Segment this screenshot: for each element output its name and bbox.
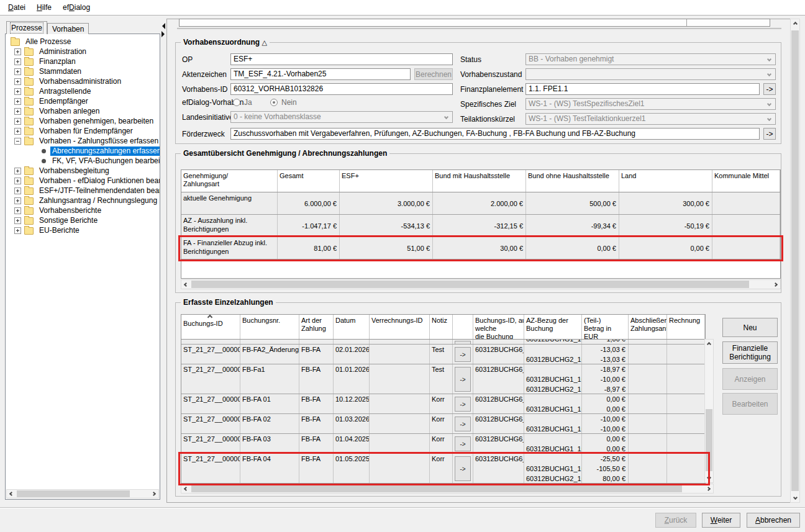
tree-item-zahlungsantrag-rechnungslegung[interactable]: Zahlungsantrag / Rechnungslegung (14, 196, 159, 205)
tree-item-vorhabensbegleitung[interactable]: Vorhabensbegleitung (14, 166, 111, 176)
expand-toggle-icon[interactable] (14, 98, 21, 105)
radio-ja[interactable] (233, 99, 240, 106)
payment-row-fb-fa1[interactable]: ST_21_27__000000FB-Fa1FB-FA01.01.2026Tes… (181, 364, 705, 394)
tree-item-esf-jtf-teilnehmendendaten-bearbeiten[interactable]: ESF+/JTF-Teilnehmendendaten bearbeiten (14, 186, 160, 196)
scrollbar-thumb[interactable] (706, 409, 712, 471)
payment-row-fb-fa-01[interactable]: ST_21_27__000000FB-FA 01FB-FA10.12.2025K… (181, 394, 705, 414)
tree-item-alle-prozesse[interactable]: Alle Prozesse (11, 37, 73, 47)
overview-horizontal-scrollbar[interactable] (181, 279, 781, 289)
payment-row-fb-fa2-nderung[interactable]: ST_21_27__000000FB-FA2_ÄnderungFB-FA02.0… (181, 345, 705, 364)
expand-toggle-icon[interactable] (14, 178, 21, 184)
weiter-button[interactable]: Weiter (702, 513, 740, 528)
scroll-down-arrow[interactable] (705, 473, 713, 482)
tab-vorhaben[interactable]: Vorhaben (47, 23, 89, 34)
spezifisches-ziel-select[interactable]: WS-1 - (WS) TestSpezifischesZiel1 (525, 98, 776, 110)
scroll-down-arrow[interactable] (791, 493, 799, 502)
expand-toggle-icon[interactable] (14, 128, 21, 135)
expand-toggle-icon[interactable] (14, 207, 21, 214)
finanzielle-berichtigung-button[interactable]: Finanzielle Berichtigung (722, 341, 778, 364)
payments-col-buchungsnr[interactable]: Buchungsnr. (240, 315, 299, 339)
overview-row-fa-finanzieller-abzug-inkl-berichtigungen[interactable]: FA - Finanzieller Abzug inkl. Berichtigu… (181, 237, 780, 259)
overview-col-genehmigung[interactable]: Genehmigung/Zahlungsart (181, 170, 278, 192)
payments-col-rechnung[interactable]: Rechnung (667, 315, 705, 339)
payments-col-verrechnungs-id[interactable]: Verrechnungs-ID (370, 315, 430, 339)
tree-item-vorhaben-f-r-endempf-nger[interactable]: Vorhaben für Endempfänger (14, 126, 135, 136)
payments-horizontal-scrollbar[interactable] (181, 484, 714, 494)
tree-item-vorhaben-efdialog-funktionen-bearbeiten[interactable]: Vorhaben - efDialog Funktionen bearbeite… (14, 176, 160, 186)
expand-toggle-icon[interactable] (14, 78, 21, 85)
collapse-triangle-icon[interactable]: △ (262, 38, 266, 46)
overview-col-gesamt[interactable]: Gesamt (278, 170, 340, 192)
tree-item-antragstellende[interactable]: Antragstellende (14, 86, 93, 96)
landesinitiative-select[interactable]: 0 - keine Vorhabensklasse (230, 111, 453, 123)
overview-col-esf[interactable]: ESF+ (340, 170, 433, 192)
main-vertical-scrollbar[interactable] (790, 19, 800, 503)
neu-button[interactable]: Neu (722, 318, 778, 337)
payments-col-az-bezug-der[interactable]: AZ-Bezug derBuchung (524, 315, 582, 339)
goto-booking-button[interactable]: -> (455, 417, 471, 431)
payments-col-buchungs-id-auf[interactable]: Buchungs-ID, aufwelchedie Buchung (473, 315, 524, 339)
collapse-toggle-icon[interactable] (14, 138, 21, 145)
goto-booking-button[interactable]: -> (455, 397, 471, 412)
expand-toggle-icon[interactable] (14, 48, 21, 55)
scroll-left-arrow[interactable] (181, 484, 191, 493)
vorhabenszustand-select[interactable] (525, 68, 776, 80)
status-select[interactable]: BB - Vorhaben genehmigt (525, 53, 776, 65)
aktenzeichen-input[interactable]: TM_ESF_4.21.-Vorhaben25 (230, 68, 411, 80)
tree-item-eu-berichte[interactable]: EU-Berichte (14, 225, 81, 235)
scrollbar-thumb[interactable] (191, 281, 749, 288)
payments-col-abschlie-ende[interactable]: AbschließendeZahlungsantra (629, 315, 667, 339)
tree-item-administration[interactable]: Administration (14, 47, 88, 56)
tree-item-vorhabensadministration[interactable]: Vorhabensadministration (14, 76, 123, 86)
collapse-left-icon[interactable] (159, 23, 165, 29)
scrollbar-thumb[interactable] (17, 490, 130, 497)
tree-item-vorhaben-zahlungsfl-sse-erfassen[interactable]: Vorhaben - Zahlungsflüsse erfassen (14, 136, 160, 146)
payment-row-fb-fa-03[interactable]: ST_21_27__000000FB-FA 03FB-FA01.04.2025K… (181, 434, 705, 454)
finanzplanelement-input[interactable]: 1.1. FPE1.1 (525, 83, 760, 95)
expand-toggle-icon[interactable] (14, 187, 21, 194)
scroll-up-arrow[interactable] (791, 19, 799, 29)
teilaktionskuerzel-select[interactable]: WS-1 - (WS) TestTeilaktionkuerzel1 (525, 113, 776, 125)
tab-prozesse[interactable]: Prozesse (6, 21, 47, 34)
overview-col-kommunale-mittel[interactable]: Kommunale Mittel (712, 170, 780, 192)
payments-col-datum[interactable]: Datum (334, 315, 370, 339)
expand-toggle-icon[interactable] (14, 227, 21, 234)
expand-toggle-icon[interactable] (14, 58, 21, 65)
vorhabens-id-input[interactable]: 60312_VORHAB10132826 (230, 83, 453, 95)
op-input[interactable]: ESF+ (230, 53, 453, 65)
goto-booking-button[interactable]: -> (455, 367, 471, 392)
tree-item-stammdaten[interactable]: Stammdaten (14, 66, 83, 76)
menu-efdialog[interactable]: efDialog (57, 1, 96, 14)
tree-item-vorhabensberichte[interactable]: Vorhabensberichte (14, 205, 103, 215)
overview-col-bund-mit-haushaltsstelle[interactable]: Bund mit Haushaltsstelle (433, 170, 526, 192)
payments-col-goto[interactable] (453, 315, 473, 339)
radio-nein[interactable] (270, 99, 278, 106)
payments-col-buchungs-id[interactable]: Buchungs-ID (181, 315, 240, 339)
expand-toggle-icon[interactable] (14, 68, 21, 75)
tree-horizontal-scrollbar[interactable] (6, 489, 159, 498)
tree-item-abrechnungszahlungen-erfassen[interactable]: Abrechnungszahlungen erfassen (40, 146, 160, 156)
scrollbar-thumb[interactable] (191, 485, 682, 492)
payment-row-fb-fa-02[interactable]: ST_21_27__000000FB-FA 02FB-FA01.03.2026K… (181, 414, 705, 434)
goto-booking-button[interactable]: -> (455, 436, 471, 451)
payment-row-fb-fa-04[interactable]: ST_21_27__000000FB-FA 04FB-FA01.05.2025K… (181, 454, 705, 484)
tree-item-fk-vf-vfa-buchungen-bearbeiten[interactable]: FK, VF, VFA-Buchungen bearbeiten (40, 156, 160, 166)
scroll-left-arrow[interactable] (7, 490, 16, 498)
expand-toggle-icon[interactable] (14, 217, 21, 224)
tree-item-finanzplan[interactable]: Finanzplan (14, 56, 78, 66)
tree-item-vorhaben-genehmigen-bearbeiten[interactable]: Vorhaben genehmigen, bearbeiten (14, 116, 155, 126)
expand-toggle-icon[interactable] (14, 108, 21, 115)
menu-hilfe[interactable]: Hilfe (31, 1, 57, 14)
overview-row-az-auszahlung-inkl-berichtigungen[interactable]: AZ - Auszahlung inkl. Berichtigungen-1.0… (181, 215, 780, 237)
overview-row-aktuelle-genehmigung[interactable]: aktuelle Genehmigung6.000,00 €3.000,00 €… (181, 192, 780, 215)
goto-booking-button[interactable]: -> (455, 456, 471, 481)
scroll-right-arrow[interactable] (771, 280, 780, 289)
tree-item-endempf-nger[interactable]: Endempfänger (14, 96, 90, 106)
payments-col-art-der[interactable]: Art derZahlung (299, 315, 334, 339)
payments-col-notiz[interactable]: Notiz (430, 315, 453, 339)
expand-toggle-icon[interactable] (14, 88, 21, 95)
overview-col-land[interactable]: Land (619, 170, 712, 192)
payments-vertical-scrollbar[interactable] (704, 339, 714, 483)
foerderzweck-goto-button[interactable]: -> (763, 128, 776, 140)
scroll-right-arrow[interactable] (149, 490, 158, 498)
